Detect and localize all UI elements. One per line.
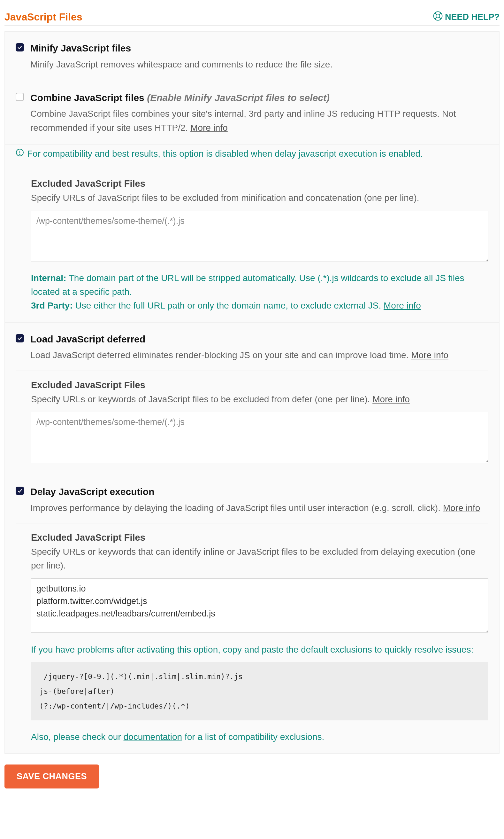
need-help-link[interactable]: NEED HELP? bbox=[433, 11, 500, 23]
excluded-minify-desc: Specify URLs of JavaScript files to be e… bbox=[31, 191, 488, 205]
svg-line-3 bbox=[439, 13, 441, 15]
delay-desc: Improves performance by delaying the loa… bbox=[30, 501, 488, 515]
excluded-defer-textarea[interactable] bbox=[31, 412, 488, 463]
excluded-minify-more-link[interactable]: More info bbox=[383, 301, 421, 310]
combine-compat-note: For compatibility and best results, this… bbox=[27, 149, 423, 159]
combine-desc: Combine JavaScript files combines your s… bbox=[30, 107, 488, 135]
help-icon bbox=[433, 11, 443, 23]
svg-point-8 bbox=[19, 154, 20, 155]
excluded-delay-desc: Specify URLs or keywords that can identi… bbox=[31, 545, 488, 573]
combine-more-link[interactable]: More info bbox=[190, 123, 228, 133]
excluded-delay-title: Excluded JavaScript Files bbox=[31, 532, 488, 543]
delay-post-note: If you have problems after activating th… bbox=[31, 643, 488, 656]
minify-title: Minify JavaScript files bbox=[30, 42, 488, 55]
delay-title: Delay JavaScript execution bbox=[30, 485, 488, 498]
delay-more-link[interactable]: More info bbox=[443, 503, 480, 513]
svg-point-1 bbox=[436, 14, 440, 18]
excluded-defer-title: Excluded JavaScript Files bbox=[31, 380, 488, 390]
delay-doc-note: Also, please check our documentation for… bbox=[31, 730, 488, 744]
combine-checkbox[interactable] bbox=[16, 93, 24, 101]
excluded-delay-textarea[interactable]: getbuttons.io platform.twitter.com/widge… bbox=[31, 578, 488, 633]
page-title: JavaScript Files bbox=[4, 11, 83, 23]
svg-line-5 bbox=[439, 17, 441, 19]
settings-panel: Minify JavaScript files Minify JavaScrip… bbox=[4, 31, 500, 754]
excluded-minify-note: Internal: The domain part of the URL wil… bbox=[31, 271, 488, 313]
defer-checkbox[interactable] bbox=[16, 334, 24, 342]
combine-title: Combine JavaScript files (Enable Minify … bbox=[30, 91, 488, 105]
excluded-minify-title: Excluded JavaScript Files bbox=[31, 178, 488, 189]
save-changes-button[interactable]: SAVE CHANGES bbox=[4, 765, 99, 788]
minify-checkbox[interactable] bbox=[16, 43, 24, 51]
defer-more-link[interactable]: More info bbox=[411, 350, 448, 360]
delay-checkbox[interactable] bbox=[16, 487, 24, 495]
need-help-label: NEED HELP? bbox=[445, 12, 500, 22]
delay-default-exclusions-code: /jquery-?[0-9.](.*)(.min|.slim|.slim.min… bbox=[31, 662, 488, 720]
defer-title: Load JavaScript deferred bbox=[30, 333, 488, 346]
svg-line-2 bbox=[435, 13, 437, 15]
excluded-minify-textarea[interactable] bbox=[31, 211, 488, 262]
minify-desc: Minify JavaScript removes whitespace and… bbox=[30, 57, 488, 71]
alert-icon bbox=[16, 148, 24, 159]
excluded-defer-more-link[interactable]: More info bbox=[373, 394, 410, 404]
combine-disabled-note: (Enable Minify JavaScript files to selec… bbox=[147, 92, 330, 103]
svg-line-4 bbox=[435, 17, 437, 19]
excluded-defer-desc: Specify URLs or keywords of JavaScript f… bbox=[31, 392, 488, 406]
defer-desc: Load JavaScript deferred eliminates rend… bbox=[30, 348, 488, 362]
documentation-link[interactable]: documentation bbox=[124, 732, 182, 742]
